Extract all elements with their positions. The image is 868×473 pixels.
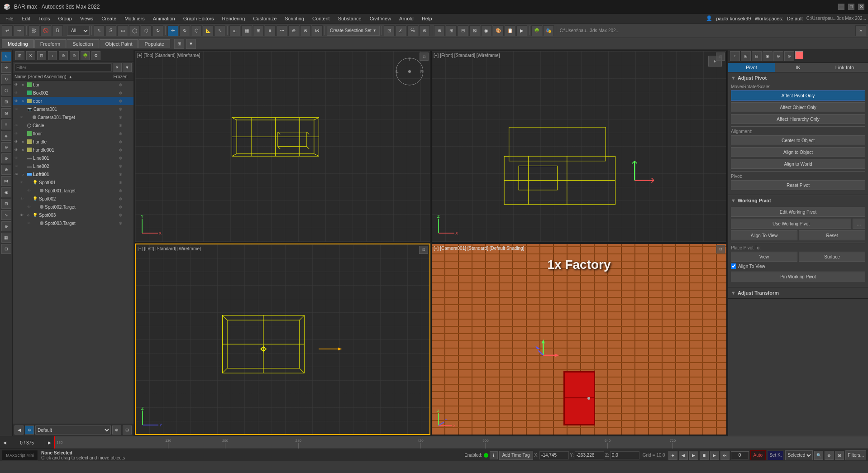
adjust-pivot-header[interactable]: ▼ Adjust Pivot: [731, 74, 865, 81]
scene-item-spot001target[interactable]: 👁 Spot001.Target ❄: [13, 186, 134, 195]
reset-btn[interactable]: Reset: [799, 230, 865, 240]
use-working-pivot-btn[interactable]: Use Working Pivot: [731, 219, 851, 229]
menu-tools[interactable]: Tools: [35, 15, 54, 22]
se-collapse-btn[interactable]: ⊖: [70, 51, 79, 60]
filter-dropdown[interactable]: All: [67, 26, 90, 36]
menu-group[interactable]: Group: [54, 15, 76, 22]
ribbon-extra2[interactable]: ▼: [186, 39, 196, 49]
scale-tool-btn[interactable]: ⬡: [1, 86, 11, 96]
scene-explorer-button[interactable]: 🌳: [531, 25, 542, 36]
snap-spinner-button[interactable]: ⊛: [419, 25, 430, 36]
layer-select[interactable]: Default: [35, 425, 111, 435]
maximize-button[interactable]: □: [848, 4, 854, 10]
tool5-btn[interactable]: ⊞: [1, 97, 11, 107]
search-btn[interactable]: 🔍: [814, 451, 823, 460]
align-to-world-btn[interactable]: Align to World: [731, 159, 865, 169]
layer-mgr3-button[interactable]: ⊟: [458, 25, 468, 36]
se-config-btn[interactable]: ⚙: [91, 51, 100, 60]
rp-btn4[interactable]: ◉: [763, 51, 773, 61]
viewport-top[interactable]: [+] [Top] [Standard] [Wireframe] ⊡ T R L: [135, 51, 430, 243]
rotate-tool-btn[interactable]: ↻: [1, 74, 11, 84]
se-hierarchy-btn[interactable]: 🌳: [81, 51, 90, 60]
menu-edit[interactable]: Edit: [18, 15, 34, 22]
rp-btn5[interactable]: ⊕: [773, 51, 783, 61]
affect-object-only-btn[interactable]: Affect Object Only: [731, 102, 865, 112]
adjust-transform-header[interactable]: ▼ Adjust Transform: [731, 289, 865, 296]
scene-item-loft001[interactable]: 👁 ○ Loft001 ❄: [13, 170, 134, 178]
affect-pivot-only-btn[interactable]: Affect Pivot Only: [731, 91, 865, 100]
tool13-btn[interactable]: ◉: [1, 187, 11, 197]
scene-item-floor[interactable]: 👁 floor ❄: [13, 129, 134, 138]
menu-arnold[interactable]: Arnold: [396, 15, 417, 22]
maxscript-mini[interactable]: MAXScript Mini: [2, 450, 38, 461]
render-history-button[interactable]: 📋: [505, 25, 515, 36]
add-time-tag-btn[interactable]: Add Time Tag: [499, 451, 533, 460]
snap-percent-button[interactable]: %: [407, 25, 418, 36]
scene-filter-clear[interactable]: ✕: [113, 63, 122, 72]
se-sort-btn[interactable]: ↕: [48, 51, 57, 60]
tool16-btn[interactable]: ⊕: [1, 221, 11, 231]
tool7-btn[interactable]: ≡: [1, 119, 11, 129]
select-name-button[interactable]: S: [105, 25, 116, 36]
z-coord-input[interactable]: [610, 451, 639, 459]
ribbon-extra1[interactable]: ⊞: [174, 39, 184, 49]
surface-btn[interactable]: Surface: [799, 252, 865, 262]
render-frame-button[interactable]: 🎨: [493, 25, 504, 36]
create-selection-set-btn[interactable]: Create Selection Set ▼: [327, 26, 380, 36]
layer-mgr4-button[interactable]: ⊠: [469, 25, 480, 36]
viewport-left[interactable]: [+] [Left] [Standard] [Wireframe] ⊡: [135, 244, 430, 435]
menu-graph-editors[interactable]: Graph Editors: [180, 15, 218, 22]
select-tool-btn[interactable]: ↖: [1, 52, 11, 62]
move-tool-btn[interactable]: ✛: [1, 63, 11, 73]
menu-customize[interactable]: Customize: [249, 15, 280, 22]
se-filter-btn[interactable]: ⊞: [15, 51, 24, 60]
vp-corner-camera[interactable]: ⊡: [716, 245, 725, 253]
snap-angle-button[interactable]: ∠: [396, 25, 406, 36]
scene-item-camera001target[interactable]: 👁 Camera001.Target ❄: [18, 113, 134, 121]
timeline-prev-btn[interactable]: ◀: [0, 436, 9, 449]
menu-content[interactable]: Content: [309, 15, 334, 22]
col-name-header[interactable]: Name (Sorted Ascending) ▲: [14, 74, 109, 79]
bind-button[interactable]: B: [52, 25, 63, 36]
rp-btn1[interactable]: +: [730, 51, 740, 61]
hier-tab-pivot[interactable]: Pivot: [728, 63, 775, 72]
select-circle-button[interactable]: ◯: [129, 25, 140, 36]
layer-button[interactable]: ≡: [265, 25, 276, 36]
move-button[interactable]: ✛: [167, 25, 178, 36]
viewport-front[interactable]: [+] [Front] [Standard] [Wireframe] ⊡ F: [431, 51, 727, 243]
tool9-btn[interactable]: ⊕: [1, 142, 11, 152]
scene-item-handle[interactable]: 👁 ○ handle ❄: [13, 138, 134, 146]
layer-mgr2-button[interactable]: ⊞: [446, 25, 457, 36]
se-layer-btn[interactable]: ⊕: [112, 425, 121, 435]
scene-item-bar[interactable]: 👁 ○ bar ❄: [13, 81, 134, 89]
scene-item-camera001[interactable]: 👁 📷 Camera001 ❄: [13, 105, 134, 113]
se-close-btn[interactable]: ✕: [26, 51, 35, 60]
frame-counter[interactable]: [731, 451, 749, 459]
align-to-view-top-btn[interactable]: Align To View: [731, 230, 797, 240]
rotate-button[interactable]: ↻: [179, 25, 190, 36]
tb-more-button[interactable]: »: [855, 25, 866, 36]
hier-tab-linkinfo[interactable]: Link Info: [821, 63, 868, 72]
mirror-button[interactable]: ⧢: [229, 25, 240, 36]
center-to-object-btn[interactable]: Center to Object: [731, 135, 865, 145]
working-pivot-header[interactable]: ▼ Working Pivot: [731, 197, 865, 204]
close-button[interactable]: ✕: [858, 4, 864, 10]
extra-btn2[interactable]: ⊠: [835, 451, 844, 460]
select-button[interactable]: ↖: [94, 25, 105, 36]
scene-mode-btn[interactable]: ⊕: [25, 425, 34, 435]
tools2-button[interactable]: ⊗: [300, 25, 311, 36]
select-fence-button[interactable]: ⬡: [141, 25, 152, 36]
layer-mgr-button[interactable]: ⊕: [434, 25, 445, 36]
view-btn[interactable]: View: [731, 252, 797, 262]
align-to-view-checkbox[interactable]: [731, 263, 736, 269]
tool11-btn[interactable]: ⊗: [1, 165, 11, 175]
menu-substance[interactable]: Substance: [334, 15, 365, 22]
menu-views[interactable]: Views: [76, 15, 97, 22]
extra-btn1[interactable]: ⊕: [825, 451, 834, 460]
scene-item-box002[interactable]: 👁 Box002 ❄: [13, 89, 134, 97]
tool10-btn[interactable]: ⊛: [1, 153, 11, 163]
tools3-button[interactable]: ⋈: [312, 25, 323, 36]
rp-btn2[interactable]: ⊞: [741, 51, 751, 61]
col-frozen-header[interactable]: Frozen: [109, 74, 132, 79]
menu-create[interactable]: Create: [98, 15, 120, 22]
